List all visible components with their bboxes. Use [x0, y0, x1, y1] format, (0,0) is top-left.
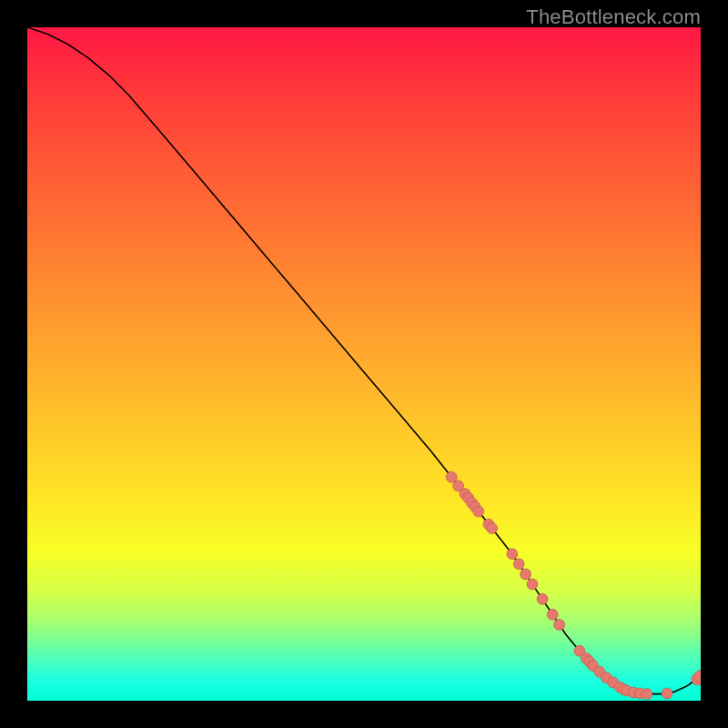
data-point	[507, 549, 518, 560]
data-point	[521, 569, 531, 580]
data-point	[527, 579, 538, 590]
chart-overlay-svg	[27, 27, 701, 701]
plot-area	[27, 27, 701, 701]
data-point	[537, 593, 548, 604]
data-point	[513, 559, 524, 570]
data-point	[487, 523, 498, 534]
data-point	[662, 688, 672, 699]
data-point	[554, 619, 565, 630]
data-points-group	[446, 471, 701, 699]
chart-root: TheBottleneck.com	[0, 0, 728, 728]
data-point	[473, 506, 484, 517]
data-point	[547, 609, 558, 620]
data-point	[642, 689, 652, 700]
watermark-text: TheBottleneck.com	[526, 5, 701, 29]
curve-line	[27, 27, 701, 694]
